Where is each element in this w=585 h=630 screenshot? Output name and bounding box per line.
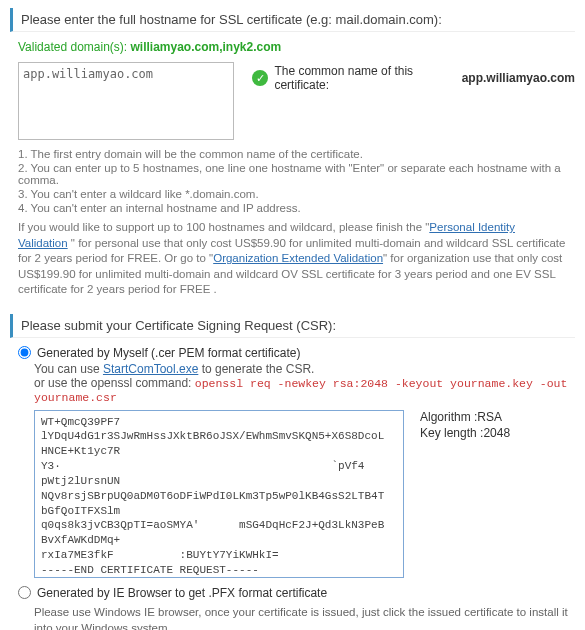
common-name-display: ✓ The common name of this certificate: a…	[252, 62, 575, 92]
validated-label: Validated domain(s):	[18, 40, 131, 54]
checkmark-icon: ✓	[252, 70, 268, 86]
hostname-textarea[interactable]	[18, 62, 234, 140]
gen-myself-label: Generated by Myself (.cer PEM format cer…	[37, 346, 300, 360]
upsell-text: If you would like to support up to 100 h…	[18, 220, 567, 298]
org-validation-link[interactable]: Organization Extended Validation	[213, 252, 383, 264]
validated-domains-line: Validated domain(s): williamyao.com,inyk…	[18, 40, 575, 54]
csr-textarea[interactable]	[34, 410, 404, 578]
note-4: 4. You can't enter an internal hostname …	[18, 202, 575, 214]
csr-section-header: Please submit your Certificate Signing R…	[10, 314, 575, 338]
gen-myself-radio[interactable]	[18, 346, 31, 359]
hostname-notes: 1. The first entry domain will be the co…	[18, 148, 575, 214]
upsell-pre: If you would like to support up to 100 h…	[18, 221, 429, 233]
openssl-pre: or use the openssl command:	[34, 376, 195, 390]
startcomtool-link[interactable]: StartComTool.exe	[103, 362, 198, 376]
note-2: 2. You can enter up to 5 hostnames, one …	[18, 162, 575, 186]
startcom-post: to generate the CSR.	[198, 362, 314, 376]
algorithm-label: Algorithm :	[420, 410, 477, 424]
common-name-prefix: The common name of this certificate:	[274, 64, 457, 92]
note-3: 3. You can't enter a wildcard like *.dom…	[18, 188, 575, 200]
validated-domains: williamyao.com,inyk2.com	[131, 40, 282, 54]
algorithm-value: RSA	[477, 410, 502, 424]
note-1: 1. The first entry domain will be the co…	[18, 148, 575, 160]
startcom-pre: You can use	[34, 362, 103, 376]
csr-info: Algorithm :RSA Key length :2048	[420, 410, 510, 578]
keylength-value: 2048	[483, 426, 510, 440]
gen-ie-label: Generated by IE Browser to get .PFX form…	[37, 586, 327, 600]
gen-ie-radio[interactable]	[18, 586, 31, 599]
keylength-label: Key length :	[420, 426, 483, 440]
ie-note-1: Please use Windows IE browser, once your…	[34, 604, 575, 630]
common-name-value: app.williamyao.com	[462, 71, 575, 85]
hostname-section-header: Please enter the full hostname for SSL c…	[10, 8, 575, 32]
